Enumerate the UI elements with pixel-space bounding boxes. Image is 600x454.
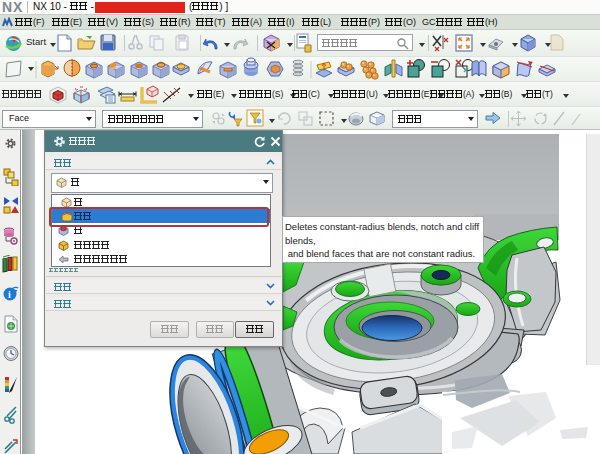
svg-text:i: i <box>8 289 11 300</box>
